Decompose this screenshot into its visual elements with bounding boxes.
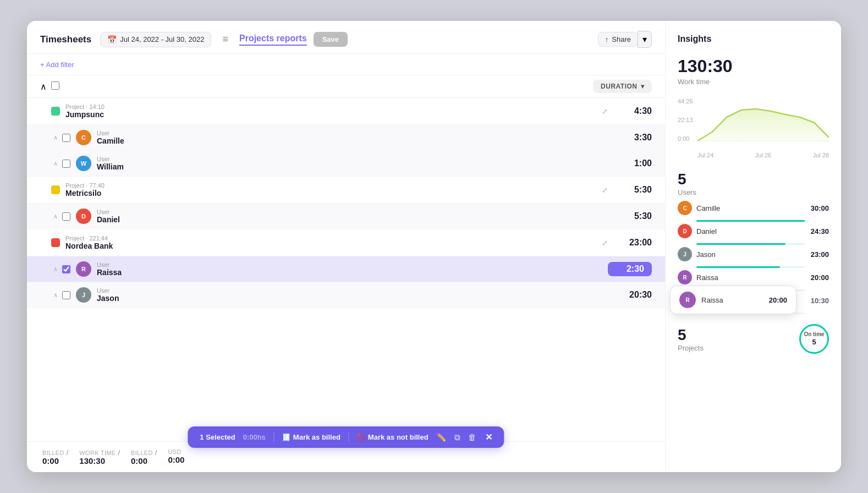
tooltip-avatar: R	[679, 292, 696, 308]
user-row: ∧ W User William 1:00	[27, 151, 665, 177]
billed-label: BILLED	[42, 450, 64, 456]
user-duration: 20:30	[608, 290, 652, 300]
copy-icon[interactable]: ⧉	[454, 432, 460, 442]
selection-bar: 1 Selected 0:00hs 🧾 Mark as billed 🚫 Mar…	[188, 426, 504, 448]
user-checkbox[interactable]	[62, 160, 70, 168]
delete-icon[interactable]: 🗑	[468, 432, 476, 442]
user-duration: 1:00	[608, 158, 652, 168]
on-time-label: On time	[804, 331, 824, 338]
user-row-selected: ∧ R User Raissa 2:30	[27, 256, 665, 282]
user-stat-avatar: R	[678, 270, 692, 284]
row-collapse-toggle[interactable]: ∧	[53, 292, 58, 299]
users-section: 5 Users C Camille 30:00 D Daniel	[678, 171, 829, 312]
chart-area: 44:26 22:13 0:00 Jul 24 Jul 26	[678, 98, 829, 158]
projects-label: Projects	[678, 344, 704, 352]
work-time-metric: 130:30 Work time	[678, 56, 829, 86]
row-collapse-toggle[interactable]: ∧	[53, 134, 58, 141]
project-duration: 5:30	[608, 185, 652, 195]
user-stat-bar	[696, 266, 780, 268]
user-checkbox[interactable]	[62, 212, 70, 221]
y-label-mid: 22:13	[678, 117, 693, 123]
usd-value: 0:00	[168, 455, 184, 464]
user-stat-name: Raissa	[696, 273, 800, 282]
table-area: ∧ DURATION ▾ Project · 14:10 Jumpsunc	[27, 75, 665, 441]
tooltip-name: Raissa	[701, 296, 763, 304]
user-row: ∧ J User Jason 20:30	[27, 282, 665, 308]
footer-bar: 1 Selected 0:00hs 🧾 Mark as billed 🚫 Mar…	[27, 441, 665, 472]
mark-not-billed-button[interactable]: 🚫 Mark as not billed	[356, 433, 428, 441]
row-collapse-toggle[interactable]: ∧	[53, 266, 58, 273]
user-stat-name: Camille	[696, 204, 800, 212]
share-button[interactable]: ↑ Share	[598, 32, 638, 47]
user-stat-time: 23:00	[805, 250, 829, 259]
user-checkbox[interactable]	[62, 265, 70, 273]
project-row: Project · 14:10 Jumpsunc ⤢ 4:30	[27, 98, 665, 125]
selected-time: 0:00hs	[243, 433, 266, 441]
duration-sort-button[interactable]: DURATION ▾	[593, 80, 652, 93]
share-icon: ↑	[605, 35, 609, 43]
user-duration-highlighted: 2:30	[608, 262, 652, 276]
project-external-link[interactable]: ⤢	[602, 186, 608, 194]
user-stat-bar	[696, 243, 785, 245]
filter-button[interactable]: ≡	[218, 31, 233, 48]
project-external-link[interactable]: ⤢	[602, 239, 608, 247]
project-external-link[interactable]: ⤢	[602, 107, 608, 116]
row-collapse-toggle[interactable]: ∧	[53, 160, 58, 167]
user-row: ∧ D User Daniel 5:30	[27, 204, 665, 229]
user-checkbox[interactable]	[62, 291, 70, 299]
expand-all-toggle[interactable]: ∧	[40, 81, 51, 92]
check-all[interactable]	[51, 81, 69, 92]
user-duration: 5:30	[608, 211, 652, 221]
user-stat-name: Daniel	[696, 227, 800, 235]
x-label-1: Jul 24	[697, 152, 713, 158]
user-stat-time: 10:30	[805, 297, 829, 305]
insights-title: Insights	[678, 34, 829, 44]
insights-panel: Insights 130:30 Work time 44:26 22:13 0:…	[665, 21, 841, 472]
edit-icon[interactable]: ✏️	[436, 432, 447, 442]
app-title: Timesheets	[40, 34, 91, 45]
user-tooltip: R Raissa 20:00	[670, 286, 796, 314]
add-filter-button[interactable]: + Add filter	[40, 61, 74, 69]
users-count: 5	[678, 171, 829, 188]
usd-label: USD	[168, 448, 184, 455]
project-color-dot	[51, 238, 60, 247]
user-stat-item: J Jason 23:00	[678, 247, 829, 266]
x-label-3: Jul 28	[813, 152, 829, 158]
user-checkbox[interactable]	[62, 134, 70, 142]
close-selection-button[interactable]: ✕	[485, 432, 492, 442]
projects-footer: 5 Projects On time 5	[678, 324, 829, 354]
user-stat-avatar: D	[678, 224, 692, 238]
x-label-2: Jul 26	[755, 152, 771, 158]
project-color-dot	[51, 185, 60, 194]
main-panel: Timesheets 📅 Jul 24, 2022 - Jul 30, 2022…	[27, 21, 665, 472]
row-collapse-toggle[interactable]: ∧	[53, 213, 58, 220]
date-picker[interactable]: 📅 Jul 24, 2022 - Jul 30, 2022	[100, 32, 211, 47]
save-button[interactable]: Save	[314, 32, 348, 47]
user-stat-bar	[696, 220, 805, 222]
user-stat-avatar: C	[678, 201, 692, 215]
no-bill-icon: 🚫	[356, 433, 365, 441]
share-group: ↑ Share ▾	[598, 31, 652, 48]
user-stat-time: 30:00	[805, 204, 829, 212]
project-duration: 23:00	[608, 238, 652, 248]
calendar-icon: 📅	[107, 35, 117, 44]
project-row: Project · 77:40 Metricsilo ⤢ 5:30	[27, 177, 665, 204]
project-row: Project · 221:44 Nordea Bank ⤢ 23:00	[27, 229, 665, 256]
avatar: D	[76, 209, 91, 224]
projects-count: 5	[678, 326, 704, 344]
report-title[interactable]: Projects reports	[239, 34, 307, 46]
selected-count: 1 Selected	[200, 433, 235, 441]
user-duration: 3:30	[608, 133, 652, 143]
project-label: Project · 14:10	[65, 103, 597, 110]
mark-billed-button[interactable]: 🧾 Mark as billed	[282, 433, 340, 441]
chart-svg	[697, 98, 829, 142]
work-time-value: 130:30	[79, 456, 105, 465]
header: Timesheets 📅 Jul 24, 2022 - Jul 30, 2022…	[27, 21, 665, 54]
project-label: Project · 77:40	[65, 182, 597, 189]
work-time-total: 130:30	[678, 56, 829, 76]
user-stat-time: 24:30	[805, 227, 829, 235]
share-dropdown-button[interactable]: ▾	[638, 31, 652, 48]
billed2-label: BILLED	[131, 450, 153, 456]
bill-icon: 🧾	[282, 433, 290, 441]
user-row: ∧ C User Camille 3:30	[27, 125, 665, 151]
